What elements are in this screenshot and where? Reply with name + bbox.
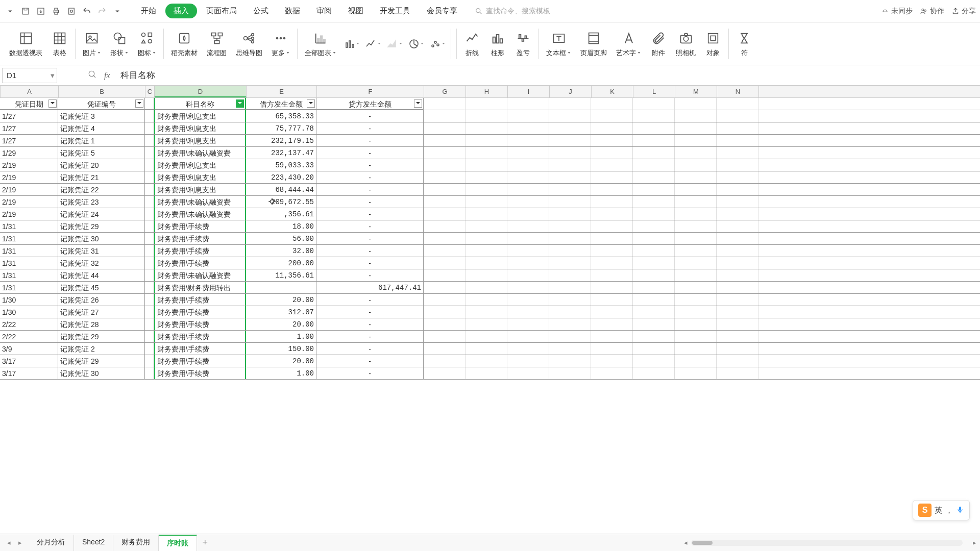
table-row[interactable]: 1/29记账凭证 5财务费用\未确认融资费232,137.47- xyxy=(0,147,980,159)
cell[interactable]: 财务费用\手续费 xyxy=(154,257,246,269)
cell[interactable]: - xyxy=(316,122,424,134)
col-header-J[interactable]: J xyxy=(550,86,592,97)
sheet-tab-序时账[interactable]: 序时账 xyxy=(159,535,197,551)
filter-button-D[interactable] xyxy=(236,99,244,108)
cell[interactable]: 财务费用\利息支出 xyxy=(154,184,246,195)
cell[interactable]: 312.07 xyxy=(246,306,316,318)
col-header-F[interactable]: F xyxy=(317,86,424,97)
preview-icon[interactable] xyxy=(65,5,78,17)
cell[interactable] xyxy=(145,184,154,195)
cell[interactable]: 记账凭证 27 xyxy=(58,306,145,318)
cell[interactable]: 财务费用\手续费 xyxy=(154,233,246,244)
table-row[interactable]: 2/22记账凭证 28财务费用\手续费20.00- xyxy=(0,318,980,331)
ribbon-柱形[interactable]: 柱形 xyxy=(485,30,510,58)
menu-tab-7[interactable]: 开发工具 xyxy=(373,3,418,19)
cell[interactable] xyxy=(145,110,154,122)
col-header-L[interactable]: L xyxy=(633,86,675,97)
filter-button-B[interactable] xyxy=(135,99,143,108)
cell[interactable]: 1/30 xyxy=(0,306,58,318)
cell[interactable]: 1/29 xyxy=(0,147,58,159)
cell[interactable]: 59,033.33 xyxy=(246,159,316,171)
cell[interactable]: 记账凭证 30 xyxy=(58,233,145,244)
col-header-K[interactable]: K xyxy=(592,86,633,97)
table-row[interactable]: 1/31记账凭证 45财务费用\财务费用转出617,447.41 xyxy=(0,282,980,294)
cell[interactable]: 财务费用\手续费 xyxy=(154,318,246,330)
cell[interactable]: 记账凭证 44 xyxy=(58,269,145,281)
sheet-tab-Sheet2[interactable]: Sheet2 xyxy=(74,535,113,551)
export-icon[interactable] xyxy=(35,5,47,17)
cell[interactable] xyxy=(145,282,154,293)
cell[interactable] xyxy=(246,282,316,293)
cell[interactable]: 2/22 xyxy=(0,331,58,342)
cell[interactable] xyxy=(145,233,154,244)
cell[interactable]: - xyxy=(316,196,424,208)
print-icon[interactable] xyxy=(50,5,62,17)
tab-nav-prev-icon[interactable]: ◂ xyxy=(4,538,13,547)
menu-tab-4[interactable]: 数据 xyxy=(278,3,307,19)
cell[interactable]: 1/27 xyxy=(0,135,58,146)
cell[interactable]: - xyxy=(316,147,424,159)
col-header-E[interactable]: E xyxy=(247,86,317,97)
cell[interactable]: 财务费用\手续费 xyxy=(154,245,246,257)
cell[interactable]: 2/19 xyxy=(0,171,58,183)
cell[interactable]: 财务费用\手续费 xyxy=(154,331,246,342)
cell[interactable]: 记账凭证 29 xyxy=(58,220,145,232)
cell[interactable]: 223,430.20 xyxy=(246,171,316,183)
cell[interactable]: 3/17 xyxy=(0,367,58,379)
cell[interactable]: 记账凭证 26 xyxy=(58,294,145,306)
cell[interactable]: 200.00 xyxy=(246,257,316,269)
qat-more-icon[interactable] xyxy=(111,5,124,17)
table-row[interactable]: 3/17记账凭证 30财务费用\手续费1.00- xyxy=(0,367,980,380)
cell[interactable]: 记账凭证 28 xyxy=(58,318,145,330)
undo-icon[interactable] xyxy=(81,5,93,17)
cell[interactable]: ,356.61 xyxy=(246,208,316,220)
cell[interactable]: 财务费用\财务费用转出 xyxy=(154,282,246,293)
menu-tab-3[interactable]: 公式 xyxy=(246,3,276,19)
table-row[interactable]: 3/17记账凭证 29财务费用\手续费20.00- xyxy=(0,355,980,367)
ribbon-更多[interactable]: 更多 xyxy=(267,30,294,58)
save-icon[interactable] xyxy=(19,5,32,17)
filter-button-F[interactable] xyxy=(414,99,422,108)
chart-type-1[interactable] xyxy=(363,38,383,50)
table-row[interactable]: 1/27记账凭证 3财务费用\利息支出65,358.33- xyxy=(0,110,980,122)
table-row[interactable]: 1/30记账凭证 26财务费用\手续费20.00- xyxy=(0,294,980,306)
col-header-A[interactable]: A xyxy=(1,86,59,97)
ribbon-全部图表[interactable]: 全部图表 xyxy=(301,30,340,58)
cell[interactable]: 财务费用\利息支出 xyxy=(154,159,246,171)
cell[interactable]: - xyxy=(316,367,424,379)
cell[interactable]: - xyxy=(316,355,424,367)
cell[interactable] xyxy=(145,196,154,208)
cell[interactable] xyxy=(145,331,154,342)
cell[interactable]: 记账凭证 29 xyxy=(58,355,145,367)
cell[interactable] xyxy=(145,171,154,183)
cell[interactable]: - xyxy=(316,306,424,318)
ribbon-盈亏[interactable]: 盈亏 xyxy=(511,30,535,58)
cell[interactable]: - xyxy=(316,269,424,281)
cell[interactable] xyxy=(145,294,154,306)
table-row[interactable]: 2/19记账凭证 24财务费用\未确认融资费,356.61- xyxy=(0,208,980,220)
cell[interactable] xyxy=(145,122,154,134)
cell[interactable]: 232,179.15 xyxy=(246,135,316,146)
ime-indicator[interactable]: S 英 ， xyxy=(913,500,970,520)
cell[interactable]: - xyxy=(316,257,424,269)
cell[interactable]: 32.00 xyxy=(246,245,316,257)
cell[interactable]: - xyxy=(316,331,424,342)
sheet-tab-财务费用[interactable]: 财务费用 xyxy=(113,535,159,551)
cell[interactable] xyxy=(145,269,154,281)
cell[interactable]: 1.00 xyxy=(246,367,316,379)
cell[interactable]: 232,137.47 xyxy=(246,147,316,159)
cell[interactable] xyxy=(145,343,154,355)
cell[interactable]: - xyxy=(316,110,424,122)
cell[interactable]: - xyxy=(316,208,424,220)
formula-input[interactable]: 科目名称 xyxy=(120,69,155,81)
cell[interactable]: 财务费用\手续费 xyxy=(154,343,246,355)
cell[interactable]: 记账凭证 21 xyxy=(58,171,145,183)
cell[interactable]: 2/22 xyxy=(0,318,58,330)
ribbon-文本框[interactable]: 文本框 xyxy=(542,30,575,58)
cell[interactable]: 20.00 xyxy=(246,355,316,367)
ribbon-符[interactable]: 符 xyxy=(732,30,756,58)
cell[interactable] xyxy=(145,208,154,220)
redo-icon[interactable] xyxy=(96,5,108,17)
hscroll-left-icon[interactable]: ◂ xyxy=(684,539,691,546)
ribbon-图标[interactable]: 图标 xyxy=(134,30,160,58)
